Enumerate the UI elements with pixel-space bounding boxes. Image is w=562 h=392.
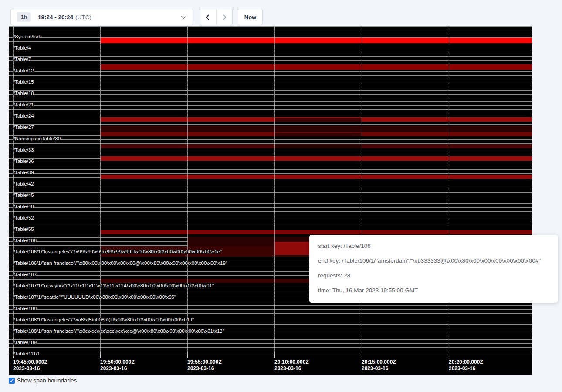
time-tick-label: 19:55:00.000Z2023-03-16 bbox=[187, 359, 222, 372]
time-gridline bbox=[449, 26, 449, 355]
key-visualizer-page: 1h 19:24 - 20:24 (UTC) Now /System/tsd/T… bbox=[0, 0, 562, 392]
key-row-label: /Table/27 bbox=[14, 125, 34, 130]
key-row-label: /NamespaceTable/30 bbox=[14, 136, 61, 141]
key-row-label: /Table/33 bbox=[14, 147, 34, 152]
time-range-dropdown[interactable]: 1h 19:24 - 20:24 (UTC) bbox=[10, 9, 193, 25]
key-row-label: /Table/39 bbox=[14, 170, 34, 175]
key-row-label: /Table/18 bbox=[14, 91, 34, 96]
tick-date: 2023-03-16 bbox=[187, 365, 222, 372]
key-row-label: /Table/107/1/"new york"/"\x11\x11\x11\x1… bbox=[14, 283, 214, 288]
key-row-label: /Table/107 bbox=[14, 272, 37, 277]
key-row-label: /Table/106/1/"los angeles"/"\x99\x99\x99… bbox=[14, 249, 222, 254]
tick-date: 2023-03-16 bbox=[100, 365, 135, 372]
key-row-label: /Table/106/1/"san francisco"/"\x80\x00\x… bbox=[14, 260, 227, 266]
plot-left-edge-line bbox=[10, 26, 10, 355]
key-row-label: /Table/36 bbox=[14, 159, 34, 164]
now-button[interactable]: Now bbox=[238, 9, 263, 25]
heat-band[interactable] bbox=[275, 118, 361, 122]
show-span-boundaries-checkbox[interactable]: ✓ bbox=[9, 378, 15, 384]
tick-date: 2023-03-16 bbox=[362, 365, 396, 372]
time-tick-label: 20:20:00.000Z2023-03-16 bbox=[449, 359, 483, 372]
key-row-label: /Table/45 bbox=[14, 193, 34, 198]
tooltip-time: time: Thu, 16 Mar 2023 19:55:00 GMT bbox=[318, 283, 549, 298]
span-boundary-gridlines bbox=[9, 26, 532, 355]
key-row-label: /Table/107/1/"seattle"/"UUUUUUD\x00\x80\… bbox=[14, 294, 176, 300]
key-row-label: /Table/12 bbox=[14, 68, 34, 73]
heat-band[interactable] bbox=[100, 279, 310, 283]
heat-band[interactable] bbox=[274, 242, 310, 255]
key-visualizer-heatmap[interactable]: /System/tsd/Table/4/Table/7/Table/12/Tab… bbox=[9, 26, 532, 375]
key-row-label: /Table/42 bbox=[14, 181, 34, 186]
time-nav-group bbox=[200, 9, 233, 25]
tick-time: 20:15:00.000Z bbox=[362, 359, 396, 365]
tick-time: 20:10:00.000Z bbox=[274, 359, 309, 365]
time-tick-mark bbox=[187, 352, 188, 358]
key-row-label: /Table/4 bbox=[14, 45, 31, 51]
show-span-boundaries-label: Show span boundaries bbox=[17, 377, 77, 384]
heat-band[interactable] bbox=[275, 145, 361, 148]
key-row-label: /Table/108/1/"los angeles"/"\xa8\xf5\u00… bbox=[14, 317, 194, 322]
time-gridline bbox=[100, 26, 101, 355]
time-toolbar: 1h 19:24 - 20:24 (UTC) Now bbox=[10, 9, 263, 25]
time-range-timezone: (UTC) bbox=[75, 14, 91, 20]
key-row-label: /Table/24 bbox=[14, 113, 34, 118]
time-tick-label: 20:15:00.000Z2023-03-16 bbox=[362, 359, 396, 372]
tooltip-end-key: end key: /Table/106/1/"amsterdam"/"\xb33… bbox=[318, 253, 549, 268]
tick-time: 19:50:00.000Z bbox=[100, 359, 135, 365]
tick-date: 2023-03-16 bbox=[274, 365, 309, 372]
time-gridline bbox=[187, 26, 188, 355]
time-tick-mark bbox=[100, 352, 101, 358]
time-tick-mark bbox=[274, 352, 275, 358]
tooltip-requests: requests: 28 bbox=[318, 268, 549, 283]
heat-band[interactable] bbox=[100, 175, 532, 179]
key-row-label: /Table/55 bbox=[14, 226, 34, 232]
time-tick-label: 19:45:00.000Z2023-03-16 bbox=[13, 359, 47, 372]
heat-band[interactable] bbox=[100, 38, 532, 43]
key-row-label: /Table/111/1 bbox=[14, 351, 40, 356]
next-range-button[interactable] bbox=[217, 9, 233, 25]
key-row-label: /Table/108/1/"san francisco"/"\x8c\xcc\x… bbox=[14, 328, 224, 334]
time-gridline bbox=[362, 26, 362, 355]
span-tooltip: start key: /Table/106 end key: /Table/10… bbox=[309, 235, 558, 303]
key-row-label: /Table/52 bbox=[14, 215, 34, 220]
key-row-label: /Table/15 bbox=[14, 79, 34, 84]
key-row-label: /Table/106 bbox=[14, 238, 37, 243]
tick-date: 2023-03-16 bbox=[13, 365, 47, 372]
tick-time: 20:20:00.000Z bbox=[449, 359, 483, 365]
time-tick-mark bbox=[362, 352, 362, 358]
heat-band[interactable] bbox=[100, 156, 532, 161]
time-range-duration-badge: 1h bbox=[17, 12, 31, 22]
key-row-label: /System/tsd bbox=[14, 34, 40, 39]
key-row-label: /Table/48 bbox=[14, 204, 34, 209]
chevron-left-icon bbox=[206, 14, 211, 20]
chevron-down-icon bbox=[181, 14, 186, 19]
chevron-right-icon bbox=[221, 14, 227, 20]
time-gridline bbox=[274, 26, 275, 355]
key-row-label: /Table/21 bbox=[14, 102, 34, 107]
time-tick-mark bbox=[449, 352, 449, 358]
heat-band[interactable] bbox=[100, 64, 532, 70]
key-row-label: /Table/109 bbox=[14, 340, 37, 345]
time-tick-label: 20:10:00.000Z2023-03-16 bbox=[274, 359, 309, 372]
heat-band[interactable] bbox=[100, 230, 532, 234]
tick-time: 19:55:00.000Z bbox=[187, 359, 222, 365]
previous-range-button[interactable] bbox=[200, 9, 217, 25]
tooltip-start-key: start key: /Table/106 bbox=[318, 239, 549, 253]
tick-time: 19:45:00.000Z bbox=[13, 359, 47, 365]
key-row-label: /Table/108 bbox=[14, 306, 37, 311]
tick-date: 2023-03-16 bbox=[449, 365, 483, 372]
time-range-label: 19:24 - 20:24 bbox=[38, 14, 73, 20]
key-row-label: /Table/7 bbox=[14, 57, 31, 62]
heat-band[interactable] bbox=[100, 126, 532, 132]
heat-band[interactable] bbox=[275, 133, 361, 136]
show-span-boundaries-control: ✓ Show span boundaries bbox=[9, 377, 77, 384]
time-tick-label: 19:50:00.000Z2023-03-16 bbox=[100, 359, 135, 372]
